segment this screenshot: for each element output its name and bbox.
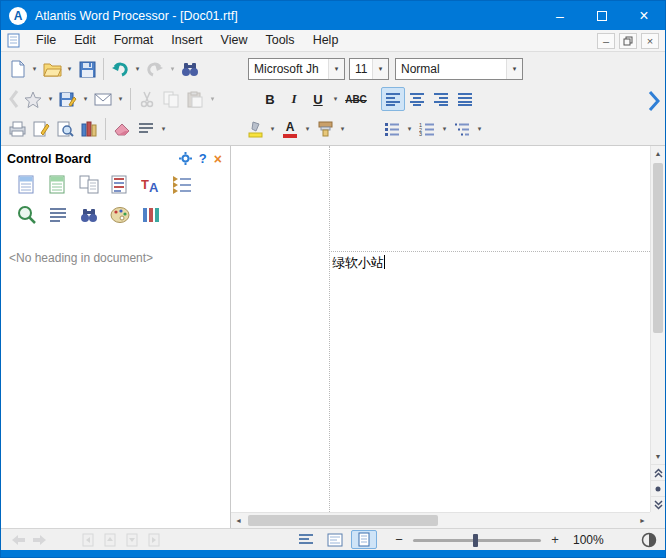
save-as-dropdown[interactable]: ▾ (80, 87, 91, 111)
favorites-dropdown[interactable]: ▾ (45, 87, 56, 111)
menu-format[interactable]: Format (105, 30, 163, 51)
font-name-combobox[interactable]: Microsoft Jh ▾ (248, 58, 345, 80)
bookmarks-pane-button[interactable] (106, 172, 133, 197)
font-color-button[interactable]: A (278, 117, 302, 141)
multilevel-list-button[interactable] (450, 117, 474, 141)
goto-first-heading-button[interactable] (77, 530, 99, 550)
style-dropdown[interactable]: ▾ (506, 59, 522, 79)
zoom-slider[interactable] (413, 531, 541, 549)
bullets-dropdown[interactable]: ▾ (404, 117, 415, 141)
navigate-forward-button[interactable] (29, 530, 51, 550)
email-dropdown[interactable]: ▾ (115, 87, 126, 111)
scroll-down-button[interactable]: ▼ (651, 449, 665, 464)
formatting-marks-dropdown[interactable]: ▾ (158, 117, 169, 141)
navigate-back-button[interactable] (7, 530, 29, 550)
zoom-out-button[interactable]: − (391, 532, 407, 547)
save-button[interactable] (75, 57, 99, 81)
find-button[interactable] (178, 57, 202, 81)
page-layout-view-button[interactable] (351, 530, 377, 549)
font-color-dropdown[interactable]: ▾ (302, 117, 313, 141)
align-center-button[interactable] (405, 87, 429, 111)
format-painter-dropdown[interactable]: ▾ (337, 117, 348, 141)
close-panel-icon[interactable]: × (214, 153, 222, 165)
scroll-left-button[interactable]: ◄ (231, 513, 246, 528)
palette-pane-button[interactable] (106, 202, 133, 227)
font-size-combobox[interactable]: 11 ▾ (349, 58, 389, 80)
select-browse-object-button[interactable] (651, 480, 665, 496)
new-document-button[interactable] (5, 57, 29, 81)
outline-pane-button[interactable] (168, 172, 195, 197)
underline-dropdown[interactable]: ▾ (330, 87, 341, 111)
zoom-pane-button[interactable] (13, 202, 40, 227)
font-name-dropdown[interactable]: ▾ (328, 59, 344, 79)
open-document-button[interactable] (40, 57, 64, 81)
sections-pane-button[interactable] (44, 172, 71, 197)
highlight-button[interactable] (243, 117, 267, 141)
document-system-icon[interactable] (7, 33, 20, 48)
undo-button[interactable] (108, 57, 132, 81)
menu-tools[interactable]: Tools (256, 30, 303, 51)
goto-last-heading-button[interactable] (143, 530, 165, 550)
goto-next-heading-button[interactable] (121, 530, 143, 550)
highlight-dropdown[interactable]: ▾ (267, 117, 278, 141)
align-justify-button[interactable] (453, 87, 477, 111)
copy-button[interactable] (159, 87, 183, 111)
titlebar[interactable]: A Atlantis Word Processor - [Doc01.rtf] … (1, 1, 665, 30)
menu-insert[interactable]: Insert (162, 30, 211, 51)
italic-button[interactable]: I (282, 87, 306, 111)
print-preview-button[interactable] (53, 117, 77, 141)
favorites-star-button[interactable] (21, 87, 45, 111)
new-document-dropdown[interactable]: ▾ (29, 57, 40, 81)
format-painter-button[interactable] (313, 117, 337, 141)
menu-file[interactable]: File (27, 30, 65, 51)
bullets-button[interactable] (380, 117, 404, 141)
undo-dropdown[interactable]: ▾ (132, 57, 143, 81)
align-right-button[interactable] (429, 87, 453, 111)
close-button[interactable]: × (623, 1, 665, 30)
minimize-button[interactable]: – (539, 1, 581, 30)
reference-books-button[interactable] (77, 117, 101, 141)
menu-edit[interactable]: Edit (65, 30, 105, 51)
underline-button[interactable]: U (306, 87, 330, 111)
goto-previous-heading-button[interactable] (99, 530, 121, 550)
vertical-scroll-track[interactable] (651, 161, 665, 449)
save-as-button[interactable] (56, 87, 80, 111)
toolbar-more-button[interactable] (648, 88, 660, 114)
zoom-in-button[interactable]: + (547, 532, 563, 547)
doc-close-button[interactable]: × (641, 33, 659, 49)
previous-page-button[interactable] (651, 464, 665, 480)
online-view-button[interactable] (322, 530, 348, 549)
eraser-button[interactable] (110, 117, 134, 141)
scroll-up-button[interactable]: ▲ (651, 146, 665, 161)
document-canvas[interactable]: 绿软小站 (231, 146, 650, 512)
print-copies-button[interactable] (5, 117, 29, 141)
paste-dropdown[interactable]: ▾ (207, 87, 218, 111)
bold-button[interactable]: B (258, 87, 282, 111)
formatting-marks-button[interactable] (134, 117, 158, 141)
doc-minimize-button[interactable]: – (597, 33, 615, 49)
horizontal-scrollbar[interactable]: ◄ ► (231, 512, 650, 528)
numbering-dropdown[interactable]: ▾ (439, 117, 450, 141)
paste-button[interactable] (183, 87, 207, 111)
maximize-button[interactable] (581, 1, 623, 30)
vertical-scroll-thumb[interactable] (653, 163, 663, 333)
clipboards-pane-button[interactable] (137, 202, 164, 227)
fullscreen-toggle-button[interactable] (641, 532, 657, 548)
doc-restore-button[interactable] (619, 33, 637, 49)
compose-button[interactable] (29, 117, 53, 141)
open-document-dropdown[interactable]: ▾ (64, 57, 75, 81)
multilevel-list-dropdown[interactable]: ▾ (474, 117, 485, 141)
menu-help[interactable]: Help (304, 30, 348, 51)
pages-pane-button[interactable] (75, 172, 102, 197)
email-button[interactable] (91, 87, 115, 111)
font-size-dropdown[interactable]: ▾ (372, 59, 388, 79)
headings-pane-button[interactable] (13, 172, 40, 197)
style-combobox[interactable]: Normal ▾ (395, 58, 523, 80)
align-left-button[interactable] (381, 87, 405, 111)
draft-view-button[interactable] (293, 530, 319, 549)
menu-view[interactable]: View (212, 30, 257, 51)
scroll-right-button[interactable]: ► (635, 513, 650, 528)
redo-button[interactable] (143, 57, 167, 81)
search-pane-button[interactable] (75, 202, 102, 227)
typography-pane-button[interactable]: TA (137, 172, 164, 197)
